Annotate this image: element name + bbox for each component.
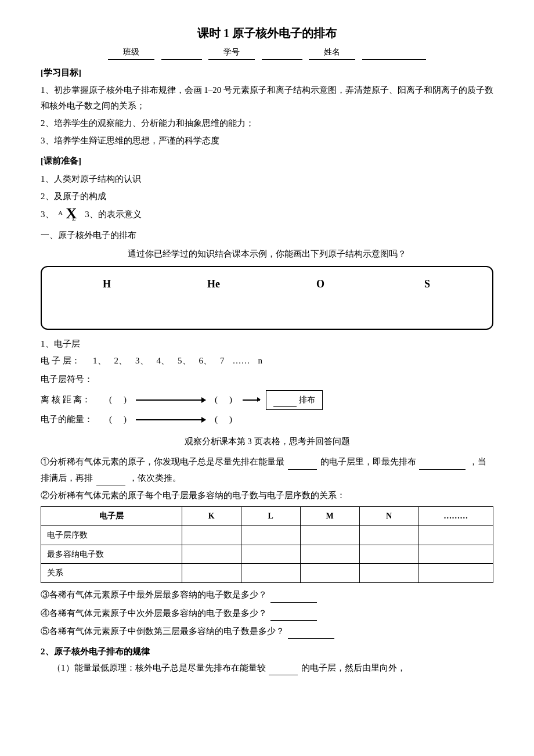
table-header-0: 电子层 [41, 507, 182, 526]
q5-blank[interactable] [288, 623, 334, 639]
observe-prompt: 观察分析课本第 3 页表格，思考并回答问题 [41, 434, 493, 449]
question-3: ③各稀有气体元素原子中最外层最多容纳的电子数是多少？ [41, 586, 493, 602]
e-n: n [258, 352, 263, 369]
row3-M[interactable] [300, 564, 359, 583]
electron-table: 电子层 K L M N ……… 电子层序数 最多容纳电子数 关系 [41, 506, 493, 583]
row2-N[interactable] [359, 545, 418, 564]
q4-blank[interactable] [270, 605, 317, 621]
e-row-label: 电 子 层： [41, 352, 93, 369]
table-row-3: 关系 [41, 564, 493, 583]
row1-M[interactable] [300, 525, 359, 545]
electron-row-distance: 离 核 距 离： ( ) ( ) 排布 [41, 390, 493, 411]
electron-layer-section: 1、电子层 电 子 层： 1、 2、 3、 4、 5、 6、 7 …… n 电子… [41, 337, 493, 427]
id-blank[interactable] [262, 45, 302, 60]
e-num-5: 5、 [178, 352, 191, 369]
row1-dots[interactable] [418, 525, 493, 545]
paren-space-1 [112, 393, 124, 408]
table-header-K: K [182, 507, 241, 526]
question-5: ⑤各稀有气体元素原子中倒数第三层最多容纳的电子数是多少？ [41, 623, 493, 639]
row1-label: 电子层序数 [41, 525, 182, 545]
paren-space-3 [112, 412, 124, 427]
row1-L[interactable] [241, 525, 300, 545]
e-num-4: 4、 [157, 352, 170, 369]
small-arrow-right [243, 399, 260, 401]
e-dots: …… [233, 352, 250, 369]
subtitle-line: 班级 学号 姓名 [41, 45, 493, 60]
long-arrow-distance [136, 399, 205, 401]
table-header-L: L [241, 507, 300, 526]
e-num-2: 2、 [114, 352, 128, 369]
electron-row-energy: 电子的能量： ( ) ( ) [41, 412, 493, 427]
question-1: ①分析稀有气体元素的原子，你发现电子总是尽量先排在能量最 的电子层里，即最先排布… [41, 453, 493, 485]
e-num-3: 3、 [135, 352, 149, 369]
electron-layer-label: 1、电子层 [41, 337, 493, 352]
q1-blank3[interactable] [96, 470, 125, 485]
row2-K[interactable] [182, 545, 241, 564]
table-header-dots: ……… [418, 507, 493, 526]
paren-close-2: ) [229, 393, 232, 408]
pre-class-2: 2、及原子的构成 [41, 189, 493, 204]
learning-goal-2: 2、培养学生的观察能力、分析能力和抽象思维的能力； [41, 116, 493, 131]
rule-1: （1）能量最低原理：核外电子总是尽量先排布在能量较 的电子层，然后由里向外， [52, 660, 493, 675]
page-title: 课时 1 原子核外电子的排布 [41, 23, 493, 43]
section1-title: 一、原子核外电子的排布 [41, 228, 493, 243]
e-num-1: 1、 [93, 352, 106, 369]
q3-blank[interactable] [270, 586, 317, 602]
paibbu-label: 排布 [299, 395, 315, 404]
row2-L[interactable] [241, 545, 300, 564]
atom-He: He [160, 273, 267, 293]
row3-L[interactable] [241, 564, 300, 583]
paren-close-1: ) [124, 393, 127, 408]
atom-H: H [53, 273, 160, 293]
e-symbol-label: 电子层符号： [41, 370, 93, 388]
id-label: 学号 [208, 45, 255, 60]
table-row-1: 电子层序数 [41, 525, 493, 545]
atom-O: O [267, 273, 374, 293]
pre-class-1: 1、人类对原子结构的认识 [41, 171, 493, 186]
pre-3-text: 3、的表示意义 [85, 207, 142, 222]
name-label: 姓名 [309, 45, 355, 60]
paren-space-4 [218, 412, 229, 427]
class-blank[interactable] [161, 45, 202, 60]
table-header-M: M [300, 507, 359, 526]
pre-class-header: [课前准备] [41, 154, 493, 169]
class-label: 班级 [108, 45, 154, 60]
paibbu-box: 排布 [266, 390, 323, 411]
azx-formula: A X Z [59, 206, 78, 222]
table-header-N: N [359, 507, 418, 526]
distance-label: 离 核 距 离： [41, 393, 99, 408]
row2-label: 最多容纳电子数 [41, 545, 182, 564]
learning-goal-1: 1、初步掌握原子核外电子排布规律，会画 1–20 号元素原子和离子结构示意图，弄… [41, 82, 493, 113]
electron-row-numbers: 电 子 层： 1、 2、 3、 4、 5、 6、 7 …… n [41, 352, 493, 369]
row2-dots[interactable] [418, 545, 493, 564]
learning-goals-header: [学习目标] [41, 66, 493, 81]
paren-space-2 [218, 393, 229, 408]
question-2: ②分析稀有气体元素的原子每个电子层最多容纳的电子数与电子层序数的关系： [41, 488, 493, 503]
table-row-2: 最多容纳电子数 [41, 545, 493, 564]
rule-title: 2、原子核外电子排布的规律 [41, 645, 493, 660]
learning-goal-3: 3、培养学生辩证思维的思想，严谨的科学态度 [41, 133, 493, 148]
e-num-7: 7 [220, 352, 225, 369]
paibbu-blank [273, 393, 297, 408]
electron-row-symbol: 电子层符号： [41, 370, 493, 388]
long-arrow-energy [136, 419, 205, 420]
row3-label: 关系 [41, 564, 182, 583]
row1-N[interactable] [359, 525, 418, 545]
row2-M[interactable] [300, 545, 359, 564]
paren-close-3: ) [124, 412, 127, 427]
q1-blank1[interactable] [288, 453, 317, 469]
row3-N[interactable] [359, 564, 418, 583]
q1-blank2[interactable] [419, 453, 466, 469]
row3-dots[interactable] [418, 564, 493, 583]
row3-K[interactable] [182, 564, 241, 583]
atom-S: S [374, 273, 481, 293]
question-4: ④各稀有气体元素原子中次外层最多容纳的电子数是多少？ [41, 605, 493, 621]
energy-label: 电子的能量： [41, 412, 99, 427]
name-blank[interactable] [362, 45, 426, 60]
section1-intro: 通过你已经学过的知识结合课本示例，你能画出下列原子结构示意图吗？ [41, 247, 493, 262]
paren-close-4: ) [229, 412, 232, 427]
rule1-blank[interactable] [269, 660, 298, 675]
row1-K[interactable] [182, 525, 241, 545]
pre-class-3: 3、 A X Z 3、的表示意义 [41, 206, 493, 222]
e-num-6: 6、 [199, 352, 212, 369]
